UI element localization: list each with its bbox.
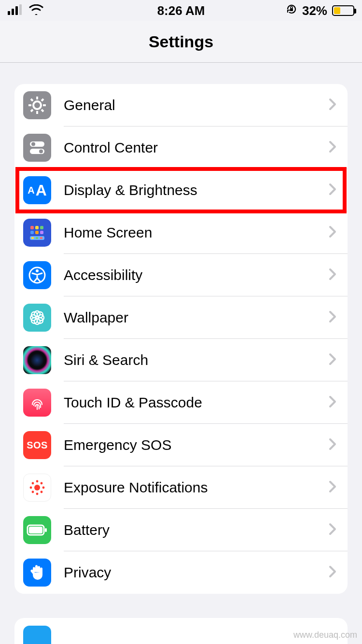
- svg-point-43: [32, 482, 34, 485]
- svg-rect-4: [290, 8, 293, 11]
- svg-rect-22: [35, 231, 39, 234]
- page-title: Settings: [149, 32, 213, 51]
- svg-point-17: [39, 150, 43, 154]
- svg-rect-2: [15, 6, 18, 15]
- battery-percent: 32%: [302, 3, 327, 18]
- svg-line-13: [42, 99, 43, 101]
- settings-row-label: Siri & Search: [51, 352, 328, 368]
- status-left: [8, 3, 43, 18]
- settings-row-control-center[interactable]: Control Center: [14, 126, 348, 169]
- settings-row-label: Control Center: [51, 140, 328, 156]
- svg-rect-3: [19, 4, 22, 15]
- settings-row-label: Emergency SOS: [51, 437, 328, 453]
- home-grid-icon: [23, 219, 51, 247]
- svg-rect-0: [8, 11, 10, 15]
- wifi-icon: [29, 3, 43, 18]
- accessibility-icon: [23, 261, 51, 289]
- svg-rect-20: [40, 226, 43, 229]
- settings-row-label: Accessibility: [51, 267, 328, 283]
- battery-icon: [332, 5, 354, 16]
- chevron-right-icon: [328, 98, 348, 113]
- svg-rect-49: [45, 528, 47, 532]
- chevron-right-icon: [328, 395, 348, 410]
- settings-row-emergency-sos[interactable]: SOS Emergency SOS: [14, 424, 348, 466]
- svg-rect-18: [30, 226, 34, 229]
- gear-icon: [23, 91, 51, 119]
- settings-row-general[interactable]: General: [14, 84, 348, 126]
- svg-point-39: [36, 480, 39, 483]
- svg-point-38: [34, 485, 40, 490]
- flower-icon: [23, 304, 51, 332]
- svg-rect-1: [12, 9, 14, 15]
- app-icon: [23, 626, 51, 644]
- chevron-right-icon: [328, 480, 348, 495]
- settings-row-privacy[interactable]: Privacy: [14, 551, 348, 594]
- settings-row-accessibility[interactable]: Accessibility: [14, 254, 348, 296]
- svg-line-12: [31, 110, 33, 112]
- settings-row-label: Wallpaper: [51, 309, 328, 326]
- cellular-signal-icon: [8, 3, 24, 18]
- settings-row-exposure-notifications[interactable]: Exposure Notifications: [14, 466, 348, 509]
- settings-row-home-screen[interactable]: Home Screen: [14, 211, 348, 254]
- chevron-right-icon: [328, 140, 348, 155]
- chevron-right-icon: [328, 310, 348, 325]
- chevron-right-icon: [328, 437, 348, 453]
- svg-point-44: [41, 491, 43, 493]
- settings-row-siri-search[interactable]: Siri & Search: [14, 339, 348, 381]
- svg-point-41: [30, 487, 32, 489]
- settings-row-label: Touch ID & Passcode: [51, 394, 328, 411]
- settings-row-label: Battery: [51, 522, 328, 538]
- svg-rect-21: [30, 231, 34, 234]
- svg-point-29: [36, 269, 39, 272]
- chevron-right-icon: [328, 522, 348, 538]
- settings-row-label: Privacy: [51, 564, 328, 581]
- settings-row-label: Display & Brightness: [51, 182, 328, 198]
- status-right: 32%: [286, 3, 354, 18]
- settings-row-wallpaper[interactable]: Wallpaper: [14, 296, 348, 339]
- settings-row-display-brightness[interactable]: AA Display & Brightness: [14, 169, 348, 211]
- svg-rect-19: [35, 226, 39, 229]
- svg-rect-48: [29, 527, 42, 533]
- svg-point-45: [32, 491, 34, 493]
- settings-row-label: Exposure Notifications: [51, 479, 328, 496]
- svg-rect-27: [40, 237, 42, 239]
- settings-row-label: General: [51, 97, 328, 113]
- svg-line-10: [31, 99, 33, 101]
- chevron-right-icon: [328, 565, 348, 580]
- svg-line-11: [42, 110, 43, 112]
- svg-point-15: [31, 142, 35, 146]
- text-size-icon: AA: [23, 176, 51, 204]
- chevron-right-icon: [328, 267, 348, 283]
- settings-row-touchid-passcode[interactable]: Touch ID & Passcode: [14, 381, 348, 424]
- svg-point-46: [41, 482, 43, 485]
- svg-rect-26: [36, 237, 38, 239]
- settings-row-label: Home Screen: [51, 224, 328, 241]
- svg-rect-25: [31, 237, 34, 239]
- nav-header: Settings: [0, 21, 362, 63]
- chevron-right-icon: [328, 182, 348, 198]
- svg-point-5: [33, 101, 41, 109]
- svg-point-40: [36, 493, 39, 495]
- status-bar: 8:26 AM 32%: [0, 0, 362, 21]
- sos-icon: SOS: [23, 431, 51, 459]
- fingerprint-icon: [23, 389, 51, 417]
- exposure-icon: [23, 474, 51, 502]
- orientation-lock-icon: [286, 3, 297, 18]
- hand-icon: [23, 559, 51, 587]
- svg-point-42: [42, 487, 45, 489]
- toggles-icon: [23, 134, 51, 162]
- battery-row-icon: [23, 516, 51, 544]
- settings-list: General Control Center AA Display & Brig…: [14, 84, 348, 594]
- settings-row-battery[interactable]: Battery: [14, 509, 348, 551]
- svg-rect-23: [40, 231, 43, 234]
- chevron-right-icon: [328, 352, 348, 368]
- siri-icon: [23, 346, 51, 374]
- watermark: www.deuaq.com: [293, 630, 357, 640]
- chevron-right-icon: [328, 225, 348, 240]
